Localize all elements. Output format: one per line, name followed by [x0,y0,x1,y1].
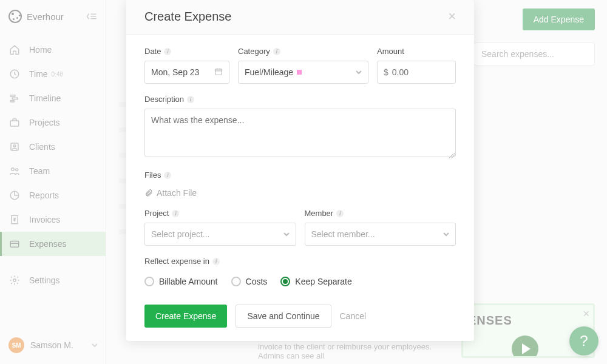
project-select[interactable]: Select project... [144,223,296,246]
attach-file-button[interactable]: Attach File [144,188,456,198]
modal-close-button[interactable]: × [448,8,456,24]
paperclip-icon [144,188,153,198]
radio-icon [280,277,290,286]
info-icon: i [336,210,344,217]
member-select[interactable]: Select member... [305,223,456,246]
project-placeholder: Select project... [151,229,210,239]
info-icon: i [273,48,280,55]
info-icon: i [164,48,171,55]
description-textarea[interactable] [144,109,456,157]
member-placeholder: Select member... [311,229,375,239]
category-select[interactable]: Fuel/Mileage [238,61,368,84]
category-value: Fuel/Mileage [245,67,293,77]
description-label: Description [144,95,184,104]
radio-icon [231,277,241,286]
info-icon: i [212,258,220,265]
chevron-down-icon [283,229,290,239]
currency-prefix: $ [384,67,388,77]
amount-label: Amount [377,47,404,56]
radio-icon [144,277,154,286]
resize-handle-icon[interactable] [449,152,455,158]
info-icon: i [164,172,171,179]
svg-rect-17 [215,69,222,74]
radio-label: Costs [246,277,268,286]
files-label: Files [144,170,161,180]
create-expense-button[interactable]: Create Expense [144,305,227,328]
reflect-label: Reflect expense in [144,257,209,266]
radio-label: Billable Amount [159,277,218,286]
reflect-option-keep-separate[interactable]: Keep Separate [280,277,351,286]
create-expense-modal: Create Expense × Datei Mon, Sep 23 Categ… [126,0,474,341]
date-value: Mon, Sep 23 [151,67,199,77]
radio-label: Keep Separate [295,277,351,286]
reflect-option-billable[interactable]: Billable Amount [144,277,218,286]
reflect-option-costs[interactable]: Costs [231,277,268,286]
category-label: Category [238,47,270,56]
amount-field[interactable] [392,67,449,77]
category-color-icon [297,70,302,75]
date-input[interactable]: Mon, Sep 23 [144,61,229,84]
chevron-down-icon [356,67,362,77]
info-icon: i [187,96,194,103]
modal-title: Create Expense [144,10,231,24]
amount-input[interactable]: $ [377,61,456,84]
calendar-icon [214,67,223,78]
cancel-button[interactable]: Cancel [340,311,367,321]
attach-label: Attach File [157,188,197,198]
info-icon: i [172,210,179,217]
chevron-down-icon [443,229,449,239]
save-and-continue-button[interactable]: Save and Continue [236,305,331,328]
date-label: Date [144,47,161,56]
project-label: Project [144,209,169,218]
member-label: Member [305,209,334,218]
